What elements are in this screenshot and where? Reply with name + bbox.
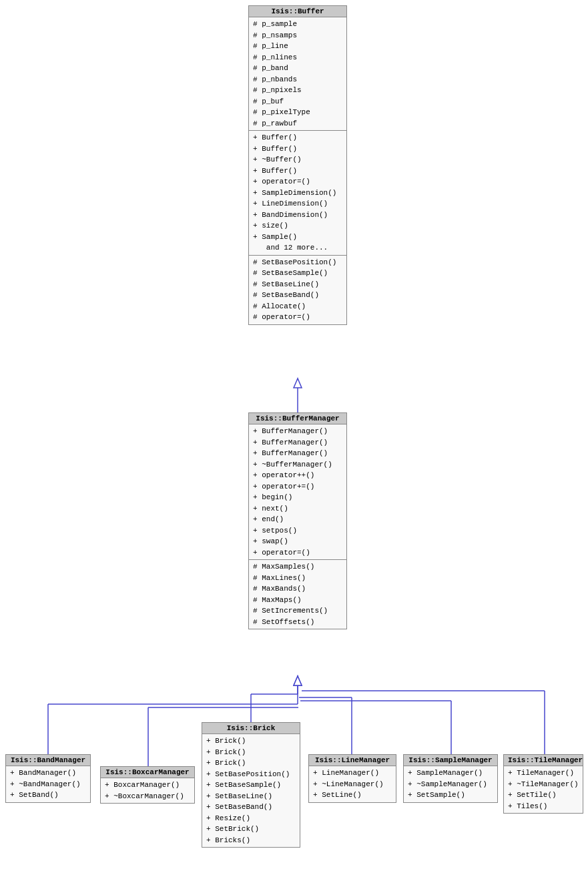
bandmanager-methods: + BandManager() + ~BandManager() + SetBa… [6,766,90,802]
boxcarmanager-title: Isis::BoxcarManager [101,767,194,778]
buffer-box: Isis::Buffer # p_sample # p_nsamps # p_l… [248,5,347,325]
buffermanager-box: Isis::BufferManager + BufferManager() + … [248,412,347,629]
buffermanager-public-methods: + BufferManager() + BufferManager() + Bu… [249,424,346,560]
buffer-title: Isis::Buffer [249,6,346,17]
samplemanager-box: Isis::SampleManager + SampleManager() + … [403,754,498,803]
buffer-public-methods: + Buffer() + Buffer() + ~Buffer() + Buff… [249,131,346,256]
buffermanager-title: Isis::BufferManager [249,413,346,424]
buffer-protected-methods: # SetBasePosition() # SetBaseSample() # … [249,256,346,324]
brick-title: Isis::Brick [202,723,300,734]
buffermanager-protected-methods: # MaxSamples() # MaxLines() # MaxBands()… [249,560,346,629]
samplemanager-title: Isis::SampleManager [404,755,497,766]
buffer-attributes: # p_sample # p_nsamps # p_line # p_nline… [249,17,346,131]
linemanager-title: Isis::LineManager [309,755,396,766]
linemanager-methods: + LineManager() + ~LineManager() + SetLi… [309,766,396,802]
svg-marker-1 [294,378,302,388]
bandmanager-box: Isis::BandManager + BandManager() + ~Ban… [5,754,91,803]
brick-methods: + Brick() + Brick() + Brick() + SetBaseP… [202,734,300,847]
tilemanager-methods: + TileManager() + ~TileManager() + SetTi… [504,766,583,813]
tilemanager-box: Isis::TileManager + TileManager() + ~Til… [503,754,583,814]
tilemanager-title: Isis::TileManager [504,755,583,766]
svg-marker-17 [294,676,302,685]
diagram-container: Isis::Buffer # p_sample # p_nsamps # p_l… [0,0,588,883]
samplemanager-methods: + SampleManager() + ~SampleManager() + S… [404,766,497,802]
brick-box: Isis::Brick + Brick() + Brick() + Brick(… [202,722,300,848]
svg-marker-5 [294,676,302,685]
boxcarmanager-box: Isis::BoxcarManager + BoxcarManager() + … [100,766,195,804]
boxcarmanager-methods: + BoxcarManager() + ~BoxcarManager() [101,778,194,803]
linemanager-box: Isis::LineManager + LineManager() + ~Lin… [308,754,396,803]
bandmanager-title: Isis::BandManager [6,755,90,766]
